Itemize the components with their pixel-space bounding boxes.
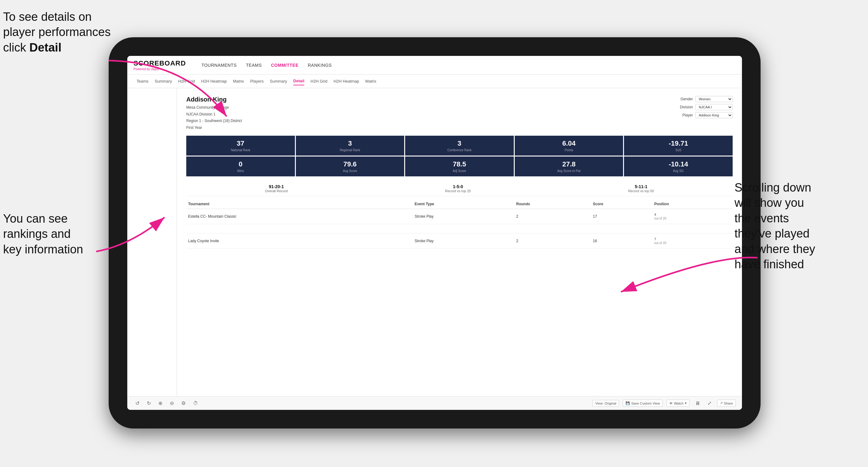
table-row — [186, 224, 733, 234]
sub-nav-summary[interactable]: Summary — [155, 77, 172, 85]
table-row: Estella CC- Mountain Classic Stroke Play… — [186, 209, 733, 224]
th-event-type: Event Type — [412, 199, 514, 209]
avg-score-label: Avg Score — [298, 169, 402, 173]
gender-select[interactable]: Women Men — [695, 96, 733, 102]
regional-rank-value: 3 — [298, 139, 402, 148]
avg-sg-label: Avg SG — [626, 169, 730, 173]
filter-gender: Gender Women Men — [681, 96, 733, 102]
annotation-right: Scrolling down will show you the events … — [735, 180, 865, 272]
avg-sg-value: -10.14 — [626, 160, 730, 168]
record-top25: 1-5-0 Record vs top 25 — [445, 184, 471, 193]
redo-icon[interactable]: ↻ — [145, 400, 153, 407]
main-content: Addison King Mesa Community College NJCA… — [127, 88, 742, 396]
share-btn[interactable]: ↗ Share — [717, 400, 736, 407]
monitor-icon[interactable]: 🖥 — [693, 400, 702, 407]
stat-national-rank: 37 National Rank — [186, 136, 295, 156]
detail-panel: Addison King Mesa Community College NJCA… — [177, 88, 742, 396]
save-custom-btn[interactable]: 💾 Save Custom View — [623, 400, 663, 407]
td-position-1: 4out of 20 — [652, 209, 733, 224]
table-row: Lady Coyote Invite Stroke Play 2 16 7out… — [186, 234, 733, 249]
sub-nav-summary2[interactable]: Summary — [270, 77, 287, 85]
stat-sos: -19.71 SoS — [624, 136, 733, 156]
points-value: 6.04 — [517, 139, 621, 148]
zoom-out-icon[interactable]: ⊖ — [168, 400, 176, 407]
sos-value: -19.71 — [626, 139, 730, 148]
stat-points: 6.04 Points — [515, 136, 623, 156]
th-rounds: Rounds — [515, 199, 591, 209]
th-position: Position — [652, 199, 733, 209]
record-top50-value: 5-11-1 — [628, 184, 654, 189]
sub-nav-matrix[interactable]: Matrix — [233, 77, 244, 85]
points-label: Points — [517, 148, 621, 152]
record-overall: 91-20-1 Overall Record — [265, 184, 287, 193]
share-icon: ↗ — [720, 401, 723, 405]
logo-sub: Powered by clippd — [133, 67, 186, 71]
expand-icon[interactable]: ⤢ — [706, 400, 713, 407]
top-nav: SCOREBOARD Powered by clippd TOURNAMENTS… — [127, 56, 742, 74]
sub-nav-h2h-grid2[interactable]: H2H Grid — [310, 77, 327, 85]
td-rounds-1: 2 — [515, 209, 591, 224]
conference-rank-value: 3 — [408, 139, 511, 148]
watch-btn[interactable]: 👁 Watch ▾ — [666, 400, 689, 407]
sub-nav-teams[interactable]: Teams — [136, 77, 148, 85]
eye-icon: 👁 — [669, 402, 673, 405]
stat-conference-rank: 3 Conference Rank — [405, 136, 514, 156]
records-area: 91-20-1 Overall Record 1-5-0 Record vs t… — [186, 181, 733, 196]
tablet-screen: SCOREBOARD Powered by clippd TOURNAMENTS… — [127, 56, 742, 410]
sub-nav-detail[interactable]: Detail — [293, 77, 304, 85]
sub-nav-h2h-grid[interactable]: H2H Grid — [178, 77, 195, 85]
nav-rankings[interactable]: RANKINGS — [308, 61, 332, 69]
stats-row2: 0 Wins 79.6 Avg Score 78.5 Adj Score 27.… — [186, 156, 733, 176]
zoom-in-icon[interactable]: ⊕ — [156, 400, 164, 407]
player-name: Addison King — [186, 96, 242, 103]
bottom-toolbar: ↺ ↻ ⊕ ⊖ ⚙ ⏱ View: Original 💾 Save Custom… — [127, 396, 742, 410]
avg-stp-value: 27.8 — [517, 160, 621, 168]
tablet-frame: SCOREBOARD Powered by clippd TOURNAMENTS… — [108, 37, 761, 429]
td-event-type-2: Stroke Play — [412, 234, 514, 249]
regional-rank-label: Regional Rank — [298, 148, 402, 152]
settings-icon[interactable]: ⚙ — [180, 400, 187, 407]
sub-nav-players[interactable]: Players — [250, 77, 264, 85]
avg-stp-label: Avg Score to Par — [517, 169, 621, 173]
scoreboard-logo: SCOREBOARD Powered by clippd — [133, 59, 186, 71]
player-select[interactable]: Addison King — [695, 112, 733, 118]
logo-title: SCOREBOARD — [133, 59, 186, 67]
td-tournament-2: Lady Coyote Invite — [186, 234, 412, 249]
sidebar-filler — [127, 88, 177, 396]
td-position-2: 7out of 20 — [652, 234, 733, 249]
sub-nav: Teams Summary H2H Grid H2H Heatmap Matri… — [127, 74, 742, 88]
division-select[interactable]: NJCAA I NJCAA II — [695, 104, 733, 110]
sub-nav-matrix2[interactable]: Matrix — [365, 77, 376, 85]
wins-label: Wins — [189, 169, 292, 173]
sub-nav-h2h-heatmap2[interactable]: H2H Heatmap — [333, 77, 359, 85]
annotation-bottomleft: You can see rankings and key information — [3, 211, 83, 257]
stat-avg-sg: -10.14 Avg SG — [624, 156, 733, 176]
record-overall-label: Overall Record — [265, 189, 287, 193]
td-event-type-1: Stroke Play — [412, 209, 514, 224]
record-top50: 5-11-1 Record vs top 50 — [628, 184, 654, 193]
undo-icon[interactable]: ↺ — [133, 400, 141, 407]
th-tournament: Tournament — [186, 199, 412, 209]
stats-row1: 37 National Rank 3 Regional Rank 3 Confe… — [186, 136, 733, 156]
nav-teams[interactable]: TEAMS — [246, 61, 262, 69]
view-original-btn[interactable]: View: Original — [592, 400, 619, 407]
avg-score-value: 79.6 — [298, 160, 402, 168]
tournaments-table: Tournament Event Type Rounds Score Posit… — [186, 199, 733, 249]
clock-icon[interactable]: ⏱ — [191, 400, 200, 407]
stat-adj-score: 78.5 Adj Score — [405, 156, 514, 176]
adj-score-value: 78.5 — [408, 160, 511, 168]
conference-rank-label: Conference Rank — [408, 148, 511, 152]
chevron-down-icon: ▾ — [685, 401, 687, 405]
sub-nav-h2h-heatmap[interactable]: H2H Heatmap — [201, 77, 227, 85]
nav-committee[interactable]: COMMITTEE — [271, 61, 299, 69]
filter-division: Division NJCAA I NJCAA II — [680, 104, 733, 110]
stat-wins: 0 Wins — [186, 156, 295, 176]
adj-score-label: Adj Score — [408, 169, 511, 173]
record-top25-label: Record vs top 25 — [445, 189, 471, 193]
stat-regional-rank: 3 Regional Rank — [296, 136, 404, 156]
stat-avg-score-to-par: 27.8 Avg Score to Par — [515, 156, 623, 176]
wins-value: 0 — [189, 160, 292, 168]
nav-tournaments[interactable]: TOURNAMENTS — [202, 61, 237, 69]
td-score-1: 17 — [591, 209, 653, 224]
national-rank-label: National Rank — [189, 148, 292, 152]
